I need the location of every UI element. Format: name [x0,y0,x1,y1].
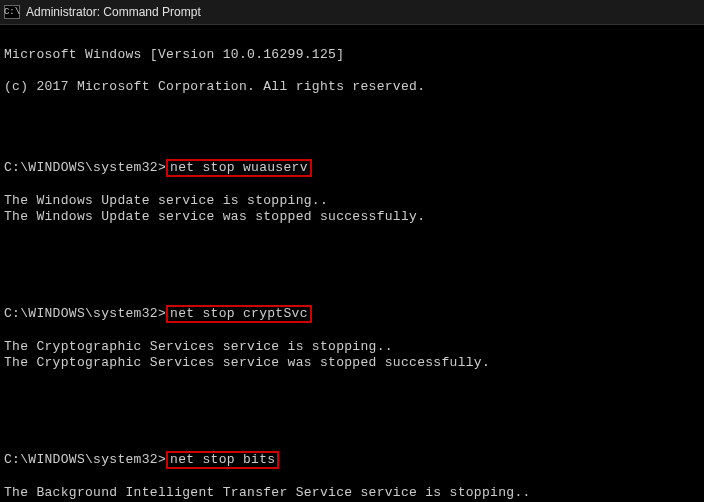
blank-line [4,225,700,241]
banner-version: Microsoft Windows [Version 10.0.16299.12… [4,47,700,63]
window-titlebar[interactable]: C:\ Administrator: Command Prompt [0,0,704,25]
blank-line [4,111,700,127]
output-line: The Background Intelligent Transfer Serv… [4,485,531,500]
cmd-icon: C:\ [4,5,20,19]
highlighted-command: net stop bits [166,451,279,469]
cmd-line: C:\WINDOWS\system32>net stop wuauserv [4,159,700,177]
output-line: The Windows Update service was stopped s… [4,209,425,224]
blank-line [4,371,700,387]
highlighted-command: net stop wuauserv [166,159,312,177]
cmd-line: C:\WINDOWS\system32>net stop cryptSvc [4,305,700,323]
output-line: The Cryptographic Services service was s… [4,355,490,370]
prompt: C:\WINDOWS\system32> [4,160,166,175]
highlighted-command: net stop cryptSvc [166,305,312,323]
blank-line [4,257,700,273]
cmd-line: C:\WINDOWS\system32>net stop bits [4,451,700,469]
output-line: The Windows Update service is stopping.. [4,193,328,208]
prompt: C:\WINDOWS\system32> [4,306,166,321]
blank-line [4,403,700,419]
prompt: C:\WINDOWS\system32> [4,452,166,467]
terminal-output[interactable]: Microsoft Windows [Version 10.0.16299.12… [0,25,704,502]
window-title: Administrator: Command Prompt [26,5,201,19]
output-line: The Cryptographic Services service is st… [4,339,393,354]
banner-copyright: (c) 2017 Microsoft Corporation. All righ… [4,79,700,95]
